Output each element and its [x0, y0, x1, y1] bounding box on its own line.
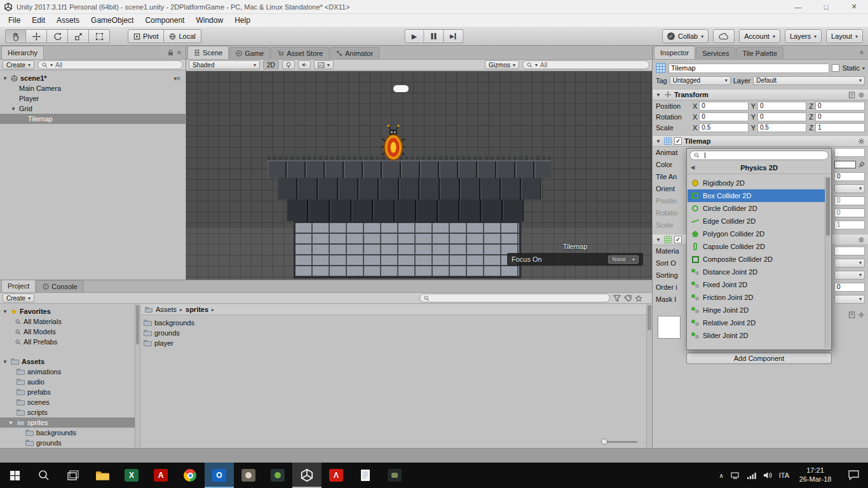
menu-window[interactable]: Window	[190, 16, 229, 25]
rotation-x-field[interactable]: 0	[699, 112, 748, 121]
row-field[interactable]: 0	[834, 172, 865, 181]
breadcrumb-sprites[interactable]: sprites	[186, 306, 208, 313]
tag-dropdown[interactable]: Untagged ▾	[670, 76, 731, 85]
gear-icon[interactable]	[858, 92, 865, 98]
tab-animator[interactable]: Animator	[330, 47, 379, 59]
search-by-label-icon[interactable]	[624, 295, 632, 302]
player-bug-sprite[interactable]	[382, 125, 405, 163]
assets-root[interactable]: ▼ Assets	[0, 356, 135, 367]
gear-icon[interactable]	[858, 311, 865, 318]
project-create-button[interactable]: Create ▾	[3, 294, 34, 302]
favorite-all-prefabs[interactable]: All Prefabs	[0, 337, 135, 347]
hierarchy-scene-row[interactable]: ▼ scene1* ▾≡	[0, 73, 186, 83]
layers-dropdown[interactable]: Layers ▾	[785, 29, 822, 43]
tab-tile-palette[interactable]: Tile Palette	[736, 47, 783, 59]
tree-folder-backgrounds[interactable]: backgrounds	[0, 428, 135, 438]
app-button-1[interactable]	[263, 463, 292, 488]
foldout-open-icon[interactable]: ▼	[3, 309, 8, 315]
platform-brick-wall[interactable]	[294, 221, 521, 278]
focus-on-dropdown[interactable]: None ▾	[608, 255, 639, 264]
menu-file[interactable]: File	[3, 16, 26, 25]
foldout-open-icon[interactable]: ▼	[11, 106, 17, 112]
file-folder-player[interactable]: player	[141, 338, 646, 348]
component-item-fixed-joint-2d[interactable]: Fixed Joint 2D	[688, 278, 825, 291]
tree-folder-scripts[interactable]: scripts	[0, 407, 135, 417]
foldout-open-icon[interactable]: ▼	[3, 76, 8, 81]
scale-tool-button[interactable]	[68, 29, 89, 43]
file-explorer-button[interactable]	[88, 463, 117, 488]
tab-console[interactable]: Console	[36, 280, 83, 292]
shading-mode-dropdown[interactable]: Shaded ▾	[189, 60, 260, 69]
outlook-button[interactable]: O	[205, 463, 234, 488]
chrome-button[interactable]	[175, 463, 205, 488]
back-arrow-icon[interactable]: ◀	[691, 165, 695, 170]
hierarchy-item-grid[interactable]: ▼ Grid	[0, 104, 186, 114]
play-button[interactable]: ▶	[405, 29, 424, 43]
tree-folder-sprites[interactable]: ▼ sprites	[0, 417, 135, 428]
component-item-box-collider-2d[interactable]: Box Collider 2D	[688, 189, 825, 202]
scrollbar-thumb[interactable]	[136, 305, 139, 344]
row-field[interactable]: 0	[834, 208, 865, 217]
lock-icon[interactable]	[168, 50, 173, 56]
task-view-button[interactable]	[58, 463, 88, 488]
platform-tile-row-3[interactable]	[287, 200, 524, 221]
position-z-field[interactable]: 0	[815, 102, 865, 111]
platform-tile-row-1[interactable]	[268, 160, 551, 178]
foldout-open-icon[interactable]: ▼	[656, 139, 661, 144]
menu-help[interactable]: Help	[229, 16, 256, 25]
notepad-button[interactable]	[351, 463, 380, 488]
component-item-edge-collider-2d[interactable]: Edge Collider 2D	[688, 215, 825, 227]
component-item-polygon-collider-2d[interactable]: Polygon Collider 2D	[688, 227, 825, 240]
menu-edit[interactable]: Edit	[26, 16, 51, 25]
rotation-z-field[interactable]: 0	[815, 112, 865, 121]
favorite-search-icon[interactable]	[635, 295, 642, 302]
row-dropdown[interactable]: ▾	[834, 184, 865, 193]
component-item-composite-collider-2d[interactable]: Composite Collider 2D	[688, 253, 825, 266]
project-tree-scrollbar[interactable]	[135, 304, 140, 448]
unity-taskbar-button[interactable]	[292, 463, 322, 488]
network-icon[interactable]	[731, 471, 740, 479]
tree-folder-animations[interactable]: animations	[0, 367, 135, 377]
file-folder-backgrounds[interactable]: backgrounds	[141, 318, 646, 328]
scene-audio-button[interactable]	[298, 60, 311, 69]
tab-asset-store[interactable]: Asset Store	[271, 47, 329, 59]
gear-icon[interactable]	[858, 236, 865, 243]
row-dropdown[interactable]: ▾	[834, 295, 865, 304]
maximize-button[interactable]: □	[812, 0, 840, 13]
component-item-circle-collider-2d[interactable]: Circle Collider 2D	[688, 202, 825, 215]
row-field[interactable]: 0	[834, 196, 865, 205]
row-field[interactable]	[834, 148, 865, 157]
row-field[interactable]: 0	[834, 283, 865, 292]
gimp-button[interactable]	[234, 463, 263, 488]
tree-folder-audio[interactable]: audio	[0, 377, 135, 387]
collab-dropdown[interactable]: ✓ Collab ▾	[662, 29, 709, 43]
hierarchy-create-button[interactable]: Create ▾	[3, 60, 34, 69]
panel-menu-icon[interactable]: ≡	[860, 49, 864, 56]
minimize-button[interactable]: —	[784, 0, 812, 13]
layer-dropdown[interactable]: Default ▾	[753, 76, 865, 85]
pivot-toggle-button[interactable]: Pivot	[128, 29, 164, 43]
thumbnail-zoom-slider[interactable]	[602, 441, 637, 443]
search-by-type-icon[interactable]	[613, 295, 621, 302]
hierarchy-item-player[interactable]: Player	[0, 93, 186, 104]
scene-search-input[interactable]: ▾ All	[522, 60, 649, 69]
menu-component[interactable]: Component	[139, 16, 190, 25]
menu-gameobject[interactable]: GameObject	[85, 16, 139, 25]
add-component-button[interactable]: Add Component	[686, 353, 832, 364]
tab-hierarchy[interactable]: Hierarchy	[1, 46, 44, 59]
component-enabled-checkbox[interactable]: ✓	[674, 137, 682, 145]
project-files-scrollbar[interactable]	[646, 304, 652, 448]
move-tool-button[interactable]	[26, 29, 47, 43]
component-list-scrollbar[interactable]	[825, 177, 831, 348]
tree-folder-grounds[interactable]: grounds	[0, 438, 135, 448]
chevron-down-icon[interactable]: ▾	[862, 65, 865, 71]
component-item-rigidbody-2d[interactable]: Rigidbody 2D	[688, 177, 825, 189]
excel-button[interactable]: X	[117, 463, 146, 488]
close-button[interactable]: ✕	[840, 0, 868, 13]
object-name-field[interactable]	[668, 64, 829, 73]
position-x-field[interactable]: 0	[699, 102, 748, 111]
component-enabled-checkbox[interactable]: ✓	[674, 236, 682, 243]
start-button[interactable]	[0, 463, 29, 488]
panel-menu-icon[interactable]: ≡	[177, 49, 181, 56]
signal-bars-icon[interactable]	[747, 472, 756, 479]
